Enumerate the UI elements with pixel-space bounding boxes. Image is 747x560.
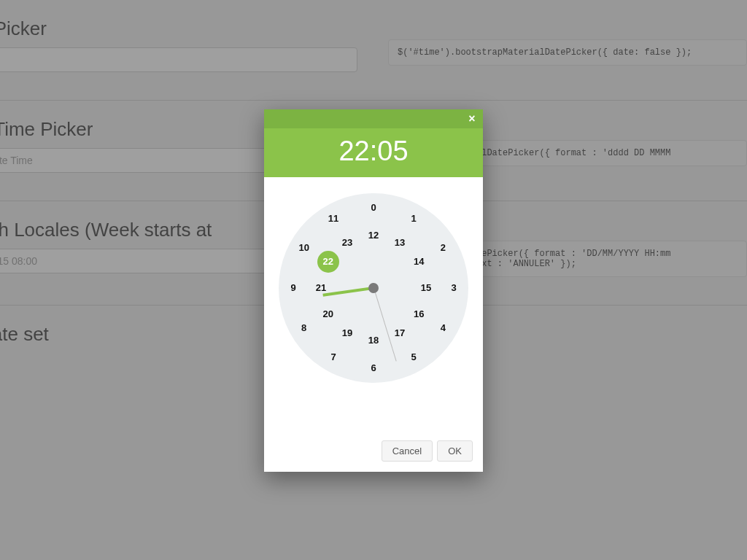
clock-hand-minute [374, 288, 397, 362]
clock-hour-23[interactable]: 23 [338, 233, 357, 252]
clock-hour-15[interactable]: 15 [417, 279, 436, 298]
time-display: 22:05 [264, 128, 483, 177]
clock-hour-9[interactable]: 9 [284, 279, 303, 298]
clock-hour-7[interactable]: 7 [324, 348, 343, 367]
clock-hour-3[interactable]: 3 [444, 279, 463, 298]
clock-hour-12[interactable]: 12 [364, 226, 383, 245]
modal-footer: Cancel OK [382, 440, 473, 462]
clock-hour-11[interactable]: 11 [324, 209, 343, 228]
clock-hour-8[interactable]: 8 [295, 319, 314, 338]
clock-hour-14[interactable]: 14 [409, 252, 428, 271]
modal-topbar: × [264, 109, 483, 128]
clock-hour-17[interactable]: 17 [390, 324, 409, 343]
clock-hour-16[interactable]: 16 [409, 305, 428, 324]
clock-hour-13[interactable]: 13 [390, 233, 409, 252]
time-picker-modal: × 22:05 01234567891011121314151617181920… [264, 109, 483, 472]
clock-container: 01234567891011121314151617181920212223 [264, 177, 483, 390]
close-icon[interactable]: × [465, 112, 479, 125]
clock-hour-6[interactable]: 6 [364, 359, 383, 378]
cancel-button[interactable]: Cancel [382, 440, 433, 462]
clock-hour-2[interactable]: 2 [433, 238, 452, 257]
clock-hour-19[interactable]: 19 [338, 324, 357, 343]
clock-center-dot [368, 283, 379, 293]
clock-hour-20[interactable]: 20 [319, 305, 338, 324]
clock-hour-5[interactable]: 5 [404, 348, 423, 367]
clock-face[interactable]: 01234567891011121314151617181920212223 [279, 193, 468, 383]
clock-hour-4[interactable]: 4 [433, 319, 452, 338]
clock-hour-0[interactable]: 0 [364, 198, 383, 217]
clock-hour-18[interactable]: 18 [364, 331, 383, 350]
ok-button[interactable]: OK [437, 440, 473, 462]
clock-hour-10[interactable]: 10 [295, 238, 314, 257]
clock-hour-22[interactable]: 22 [317, 251, 339, 273]
clock-hour-1[interactable]: 1 [404, 209, 423, 228]
